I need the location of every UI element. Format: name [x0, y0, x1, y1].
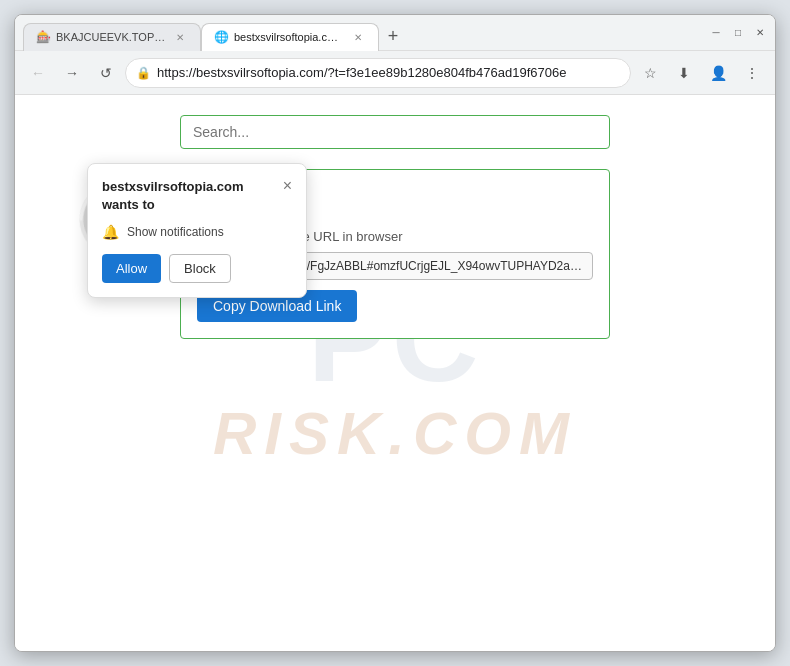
popup-title: bestxsvilrsoftopia.com wants to	[102, 178, 277, 214]
window-controls: ─ □ ✕	[709, 26, 767, 40]
menu-button[interactable]: ⋮	[737, 58, 767, 88]
title-bar: 🎰 BKAJCUEEVK.TOP: Crypto Casin... ✕ 🌐 be…	[15, 15, 775, 51]
popup-actions: Allow Block	[102, 254, 292, 283]
tab2-label: bestxsvilrsoftopia.com/?t=f3e1...	[234, 31, 344, 43]
lock-icon: 🔒	[136, 66, 151, 80]
refresh-button[interactable]: ↺	[91, 58, 121, 88]
tab-bar: 🎰 BKAJCUEEVK.TOP: Crypto Casin... ✕ 🌐 be…	[23, 15, 701, 50]
tab1-close-btn[interactable]: ✕	[172, 29, 188, 45]
popup-close-button[interactable]: ×	[283, 178, 292, 194]
new-tab-button[interactable]: +	[379, 23, 407, 51]
tab-inactive[interactable]: 🎰 BKAJCUEEVK.TOP: Crypto Casin... ✕	[23, 23, 201, 51]
toolbar-actions: ☆ ⬇ 👤 ⋮	[635, 58, 767, 88]
allow-button[interactable]: Allow	[102, 254, 161, 283]
tab2-favicon: 🌐	[214, 30, 228, 44]
tab-active[interactable]: 🌐 bestxsvilrsoftopia.com/?t=f3e1... ✕	[201, 23, 379, 51]
search-area	[180, 115, 610, 149]
popup-notification-label: Show notifications	[127, 225, 224, 239]
notification-popup: bestxsvilrsoftopia.com wants to × 🔔 Show…	[87, 163, 307, 298]
forward-button[interactable]: →	[57, 58, 87, 88]
content-area: 🔍 PC RISK.COM s: 2025 Copy and paste the…	[15, 95, 775, 651]
close-button[interactable]: ✕	[753, 26, 767, 40]
browser-window: 🎰 BKAJCUEEVK.TOP: Crypto Casin... ✕ 🌐 be…	[14, 14, 776, 652]
block-button[interactable]: Block	[169, 254, 231, 283]
download-button[interactable]: ⬇	[669, 58, 699, 88]
address-bar[interactable]: 🔒 https://bestxsvilrsoftopia.com/?t=f3e1…	[125, 58, 631, 88]
popup-notification-row: 🔔 Show notifications	[102, 224, 292, 240]
tab1-label: BKAJCUEEVK.TOP: Crypto Casin...	[56, 31, 166, 43]
minimize-button[interactable]: ─	[709, 26, 723, 40]
tab2-close-btn[interactable]: ✕	[350, 29, 366, 45]
url-text: https://bestxsvilrsoftopia.com/?t=f3e1ee…	[157, 65, 620, 80]
bookmark-button[interactable]: ☆	[635, 58, 665, 88]
search-input[interactable]	[180, 115, 610, 149]
profile-button[interactable]: 👤	[703, 58, 733, 88]
back-button[interactable]: ←	[23, 58, 53, 88]
tab1-favicon: 🎰	[36, 30, 50, 44]
popup-header: bestxsvilrsoftopia.com wants to ×	[102, 178, 292, 214]
maximize-button[interactable]: □	[731, 26, 745, 40]
toolbar: ← → ↺ 🔒 https://bestxsvilrsoftopia.com/?…	[15, 51, 775, 95]
bell-icon: 🔔	[102, 224, 119, 240]
